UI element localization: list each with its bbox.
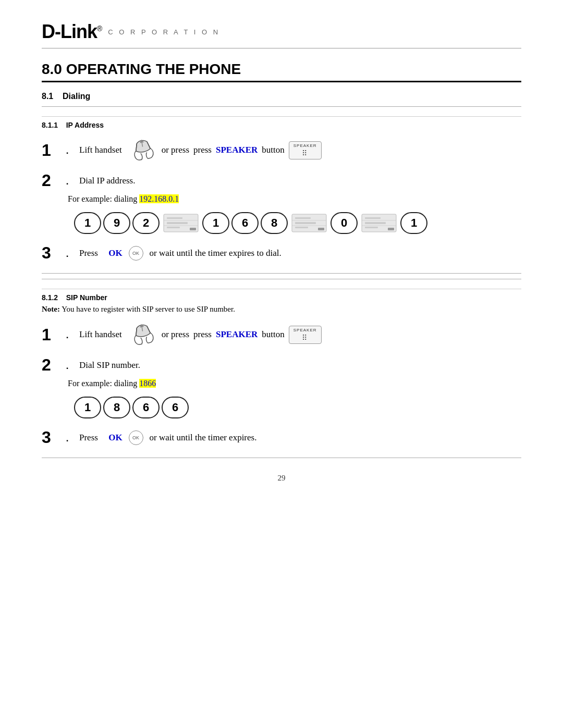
speaker-button-widget: SPEAKER ⠿ [289, 141, 322, 159]
ip-example-value: 192.168.0.1 [139, 194, 179, 203]
sip-step1-or: or press [162, 329, 189, 340]
sip-ok-label: OK [108, 433, 122, 443]
ip-step3-rest: or wait until the timer expires to dial. [150, 248, 282, 258]
page-number: 29 [42, 474, 521, 483]
divider-1 [42, 273, 521, 274]
screen-sep-1 [163, 212, 199, 234]
svg-rect-5 [167, 222, 188, 224]
screen-sep-2 [291, 212, 327, 234]
svg-rect-13 [295, 217, 311, 219]
sip-digit-6b: 6 [162, 397, 189, 418]
ok-circle-ip: OK [129, 246, 143, 261]
sip-digit-1: 1 [74, 397, 101, 418]
ok-circle-sip: OK [129, 430, 143, 445]
svg-rect-6 [167, 217, 182, 219]
sip-step-2: 2 ． Dial SIP number. [42, 355, 521, 375]
divider-2 [42, 458, 521, 458]
svg-rect-15 [318, 228, 324, 230]
speaker-label-text: SPEAKER [216, 145, 258, 155]
sip-speaker-label: SPEAKER [216, 329, 258, 340]
ip-step-2: 2 ． Dial IP address. [42, 171, 521, 190]
step2-text: Dial IP address. [79, 176, 136, 186]
digit-btn-6: 6 [231, 212, 259, 234]
subsection-8-1: 8.1 Dialing [42, 92, 521, 101]
page: D-Link® C O R P O R A T I O N 8.0 OPERAT… [0, 0, 563, 728]
sip-digit-6a: 6 [132, 397, 160, 418]
screen-sep-3 [361, 212, 397, 234]
ip-example-text: For example: dialing 192.168.0.1 [68, 194, 521, 204]
svg-rect-19 [365, 222, 386, 224]
sip-step3-rest: or wait until the timer expires. [150, 433, 257, 443]
sip-step3-press: Press [79, 433, 98, 443]
svg-rect-14 [295, 227, 308, 228]
handset-icon [126, 139, 157, 162]
digit-btn-1b: 1 [202, 212, 229, 234]
svg-rect-12 [295, 222, 316, 224]
sip-step2-text: Dial SIP number. [79, 360, 140, 371]
digit-btn-0: 0 [331, 212, 358, 234]
digit-btn-1c: 1 [400, 212, 427, 234]
digit-btn-1a: 1 [74, 212, 101, 234]
digit-btn-9: 9 [103, 212, 130, 234]
subsection-8-1-1-box: 8.1.1 IP Address 1 ． Lift handset [42, 106, 521, 263]
digit-btn-8: 8 [261, 212, 288, 234]
ip-digit-row: 1 9 2 1 6 8 [73, 212, 521, 234]
svg-rect-22 [388, 228, 394, 230]
section-name: OPERATING THE PHONE [66, 61, 241, 77]
sip-step-3: 3 ． Press OK OK or wait until the timer … [42, 428, 521, 447]
sip-digit-row: 1 8 6 6 [73, 397, 521, 418]
svg-rect-21 [365, 227, 378, 228]
corporation-label: C O R P O R A T I O N [108, 28, 220, 36]
dlink-logo: D-Link® [42, 21, 102, 43]
step1-lift-text: Lift handset [79, 145, 122, 155]
ip-step-3: 3 ． Press OK OK or wait until the timer … [42, 243, 521, 263]
sip-example-value: 1866 [139, 379, 156, 388]
sip-example-text: For example: dialing 1866 [68, 379, 521, 388]
sip-step-1: 1 ． Lift handset [42, 323, 521, 346]
speaker-button-widget-2: SPEAKER ⠿ [289, 326, 322, 344]
subsection-8-1-1: 8.1.1 IP Address [42, 116, 521, 129]
sip-note: Note: You have to register with SIP serv… [42, 305, 521, 314]
step3-press-text: Press [79, 248, 98, 258]
svg-rect-20 [365, 217, 381, 219]
section-title: 8.0 OPERATING THE PHONE [42, 61, 521, 82]
sip-step1-lift-text: Lift handset [79, 329, 122, 340]
subsection-8-1-2: 8.1.2 SIP Number [42, 289, 521, 302]
svg-rect-7 [167, 227, 180, 228]
subsection-8-1-2-box: 8.1.2 SIP Number Note: You have to regis… [42, 279, 521, 447]
ip-step-1: 1 ． Lift handset [42, 139, 521, 162]
section-number: 8.0 [42, 61, 62, 77]
step1-or-text: or press [162, 145, 189, 155]
svg-rect-8 [190, 228, 196, 230]
handset-icon-2 [126, 323, 157, 346]
page-header: D-Link® C O R P O R A T I O N [42, 21, 521, 48]
digit-btn-2: 2 [132, 212, 160, 234]
ip-ok-label: OK [108, 248, 122, 258]
sip-digit-8: 8 [103, 397, 130, 418]
